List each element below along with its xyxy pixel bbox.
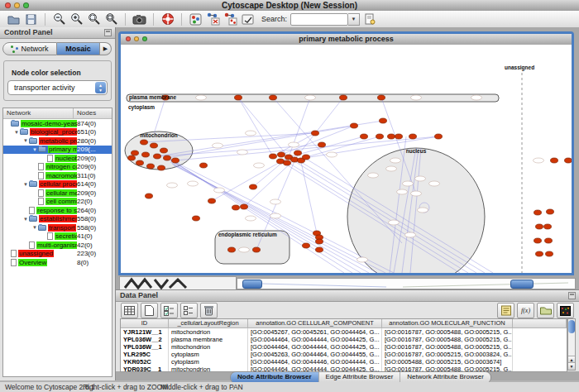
zoom-in-icon[interactable]	[69, 12, 84, 26]
tree-expand-icon[interactable]: ▼	[22, 138, 29, 143]
network-node[interactable]	[277, 159, 285, 164]
network-node[interactable]	[158, 165, 165, 170]
zoom-out-icon[interactable]	[52, 12, 66, 26]
tree-row[interactable]: multi-organism pro42(0)	[3, 241, 112, 250]
network-node[interactable]	[250, 184, 257, 189]
tree-column-network[interactable]: Network	[3, 108, 74, 118]
network-node[interactable]	[172, 158, 179, 163]
network-node[interactable]	[193, 216, 200, 221]
annotation-icon[interactable]	[241, 12, 255, 26]
new-attribute-icon[interactable]	[141, 303, 158, 318]
close-window-button[interactable]	[5, 2, 11, 8]
network-node[interactable]	[294, 151, 302, 155]
table-row[interactable]: YPL036W__1mitochondrion[GO:0044464, GO:0…	[121, 343, 567, 351]
network-node[interactable]	[388, 134, 395, 139]
edit-pad-icon[interactable]	[497, 303, 514, 318]
float-panel-icon[interactable]	[568, 292, 576, 299]
matrix-icon[interactable]	[557, 303, 574, 318]
network-node[interactable]	[228, 247, 236, 252]
network-node[interactable]	[303, 155, 310, 160]
network-node[interactable]	[160, 148, 168, 153]
float-panel-icon[interactable]	[104, 29, 112, 36]
network-node[interactable]	[164, 155, 171, 160]
network-node[interactable]	[316, 247, 323, 252]
network-node[interactable]	[536, 251, 543, 256]
network-node[interactable]	[318, 142, 326, 147]
save-icon[interactable]	[24, 12, 38, 26]
search-input[interactable]	[290, 13, 348, 26]
network-node[interactable]	[147, 164, 155, 169]
scroll-down-icon[interactable]: ▼	[568, 362, 575, 370]
network-window-titlebar[interactable]: primary metabolic process	[121, 34, 572, 45]
tree-row[interactable]: secretion41(0)	[3, 232, 112, 241]
network-node[interactable]	[200, 163, 208, 168]
tab-mosaic[interactable]: Mosaic	[57, 42, 100, 55]
network-node[interactable]	[545, 238, 553, 243]
vizmapper-icon[interactable]	[189, 12, 203, 26]
network-node[interactable]	[409, 134, 417, 139]
network-node[interactable]	[241, 204, 248, 209]
table-header-cell[interactable]: ID	[121, 319, 169, 327]
tree-expand-icon[interactable]: ▼	[22, 217, 29, 222]
node-color-dropdown[interactable]: transporter activity ▲▼	[7, 80, 108, 95]
network-node[interactable]	[547, 209, 554, 214]
table-mode-icon[interactable]	[121, 303, 138, 318]
network-node[interactable]	[351, 123, 358, 128]
table-row[interactable]: YJR121W__1mitochondrion[GO:0045267, GO:0…	[121, 328, 567, 336]
tree-row[interactable]: ▼biological_process651(0)	[3, 128, 112, 137]
layout-edges-icon[interactable]	[223, 12, 237, 26]
tree-row[interactable]: macromolecule311(0)	[3, 171, 112, 180]
network-node[interactable]	[141, 140, 148, 145]
network-node[interactable]	[136, 160, 144, 165]
tree-row[interactable]: ▼cellular process614(0)	[3, 180, 112, 189]
network-node[interactable]	[378, 95, 385, 100]
network-node[interactable]	[376, 134, 384, 139]
tree-row[interactable]: Overview8(0)	[3, 258, 112, 267]
minimize-icon[interactable]	[134, 36, 139, 41]
network-node[interactable]	[534, 238, 542, 243]
network-node[interactable]	[395, 134, 403, 139]
zoom-selected-icon[interactable]	[87, 12, 101, 26]
table-header-cell[interactable]	[513, 319, 567, 327]
table-header-cell[interactable]: _cellularLayoutRegion	[169, 319, 248, 327]
tree-row[interactable]: cell communicat22(0)	[3, 198, 112, 207]
tree-row[interactable]: nucleobase-209(0)	[3, 154, 112, 163]
help-icon[interactable]	[160, 12, 175, 26]
network-node[interactable]	[312, 131, 319, 136]
open-icon[interactable]	[7, 12, 21, 26]
minimize-window-button[interactable]	[14, 2, 20, 8]
network-node[interactable]	[340, 95, 347, 100]
network-window[interactable]: primary metabolic process plasma membran…	[118, 31, 574, 275]
tree-row[interactable]: ▼establishment of lo558(0)	[3, 215, 112, 224]
vertical-scrollbar-thumb[interactable]	[568, 320, 575, 333]
select-attributes-icon[interactable]	[160, 303, 178, 318]
network-node[interactable]	[565, 158, 572, 163]
tree-row[interactable]: cellular metabo209(0)	[3, 189, 112, 198]
function-builder-icon[interactable]: f(x)	[517, 303, 534, 318]
table-row[interactable]: YPL036W__2plasma membrane[GO:0044464, GO…	[121, 336, 567, 343]
table-header-cell[interactable]: annotation.GO CELLULAR_COMPONENT	[248, 319, 382, 327]
table-row[interactable]: YLR295Ccytoplasm[GO:0045263, GO:0044464,…	[121, 351, 567, 358]
network-node[interactable]	[546, 251, 553, 256]
network-node[interactable]	[132, 151, 139, 155]
table-row[interactable]: YKR052Ccytoplasm[GO:0044464, GO:0044446,…	[121, 358, 567, 366]
tree-column-nodes[interactable]: Nodes	[74, 108, 112, 118]
network-node[interactable]	[151, 143, 158, 148]
search-config-icon[interactable]	[363, 12, 377, 26]
network-node[interactable]	[536, 224, 543, 229]
network-node[interactable]	[253, 247, 261, 252]
network-node[interactable]	[154, 154, 161, 159]
close-icon[interactable]	[126, 36, 131, 41]
table-vertical-scrollbar[interactable]: ▲ ▼	[567, 318, 576, 370]
network-node[interactable]	[128, 155, 136, 160]
tree-row[interactable]: ▼primary metabo209(...	[3, 146, 112, 155]
table-header-cell[interactable]: annotation.GO MOLECULAR_FUNCTION	[382, 319, 513, 327]
network-node[interactable]	[278, 152, 285, 157]
network-canvas[interactable]: plasma membranemitochondrionnucleusendop…	[121, 45, 572, 273]
network-node[interactable]	[551, 158, 558, 163]
delete-attribute-icon[interactable]	[200, 303, 218, 318]
network-node[interactable]	[534, 210, 542, 215]
network-node[interactable]	[146, 194, 153, 198]
network-node[interactable]	[142, 152, 150, 157]
network-node[interactable]	[544, 224, 552, 229]
